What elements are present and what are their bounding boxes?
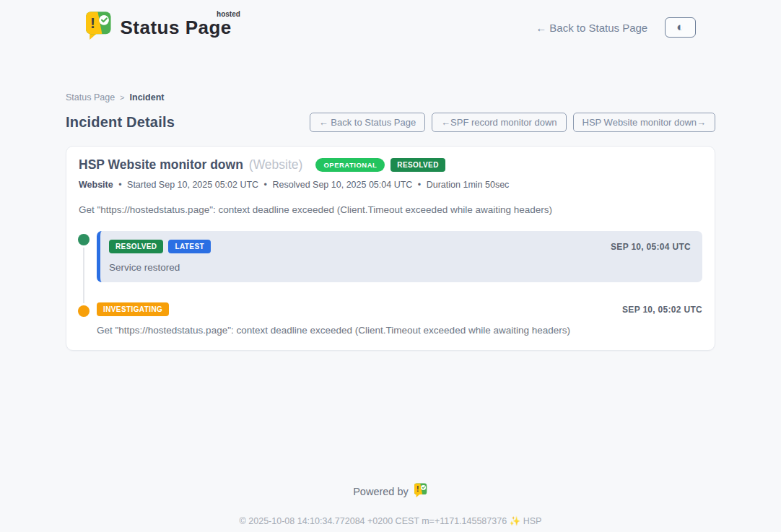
incident-title: HSP Website monitor down [79, 157, 243, 173]
brand-superscript: hosted [217, 10, 240, 18]
breadcrumb-status-page[interactable]: Status Page [66, 92, 115, 103]
status-page-logo-icon-small[interactable]: ! [414, 483, 428, 500]
theme-toggle-button[interactable]: ◐ [665, 17, 695, 38]
incident-meta: Website • Started Sep 10, 2025 05:02 UTC… [79, 180, 702, 190]
resolved-status-badge: RESOLVED [390, 158, 445, 172]
page-title: Incident Details [66, 114, 175, 131]
svg-text:!: ! [90, 14, 95, 31]
meta-duration: Duration 1min 50sec [427, 180, 510, 190]
timeline-entry-resolved: RESOLVED LATEST SEP 10, 05:04 UTC Servic… [79, 231, 702, 282]
incident-nav-buttons: ← Back to Status Page ←SPF record monito… [310, 113, 715, 132]
breadcrumb-incident: Incident [130, 92, 165, 103]
header: ! Status Page hosted ← Back to Status Pa… [86, 11, 696, 44]
timeline-timestamp: SEP 10, 05:02 UTC [622, 305, 702, 315]
incident-card: HSP Website monitor down (Website) OPERA… [66, 146, 715, 351]
incident-description: Get "https://hostedstatus.page": context… [79, 204, 702, 215]
incident-timeline: RESOLVED LATEST SEP 10, 05:04 UTC Servic… [79, 231, 702, 336]
investigating-badge: INVESTIGATING [97, 302, 169, 316]
timeline-timestamp: SEP 10, 05:04 UTC [611, 242, 691, 252]
svg-text:!: ! [416, 485, 419, 493]
title-row: Incident Details ← Back to Status Page ←… [66, 113, 715, 132]
main-content: Status Page > Incident Incident Details … [66, 92, 715, 351]
brand-name-wrap: Status Page hosted [121, 17, 237, 39]
timeline-entry-header: INVESTIGATING SEP 10, 05:02 UTC [97, 302, 702, 316]
timeline-latest-update-box: RESOLVED LATEST SEP 10, 05:04 UTC Servic… [97, 231, 702, 282]
operational-status-badge: OPERATIONAL [315, 158, 385, 172]
meta-started: Started Sep 10, 2025 05:02 UTC [127, 180, 258, 190]
brand-logo[interactable]: ! Status Page hosted [86, 10, 237, 45]
meta-component: Website [79, 180, 113, 190]
breadcrumb: Status Page > Incident [66, 92, 715, 103]
meta-separator: • [418, 180, 421, 190]
back-to-status-page-link[interactable]: ← Back to Status Page [536, 22, 647, 34]
powered-by: Powered by ! [0, 483, 781, 500]
back-to-status-page-button[interactable]: ← Back to Status Page [310, 113, 425, 132]
meta-resolved: Resolved Sep 10, 2025 05:04 UTC [272, 180, 412, 190]
breadcrumb-separator: > [120, 93, 124, 102]
half-circle-contrast-icon: ◐ [676, 20, 684, 34]
timeline-dot-green [78, 234, 90, 245]
incident-title-row: HSP Website monitor down (Website) OPERA… [79, 157, 702, 173]
powered-by-label: Powered by [353, 486, 409, 497]
copyright-line: © 2025-10-08 14:10:34.772084 +0200 CEST … [0, 515, 781, 526]
meta-separator: • [264, 180, 267, 190]
latest-badge: LATEST [168, 240, 211, 253]
status-page-logo-icon: ! [86, 10, 113, 45]
timeline-dot-orange [78, 305, 90, 317]
prev-incident-button[interactable]: ←SPF record monitor down [432, 113, 566, 132]
resolved-badge: RESOLVED [109, 240, 163, 253]
timeline-message: Service restored [109, 262, 691, 273]
timeline-entry-investigating: INVESTIGATING SEP 10, 05:02 UTC Get "htt… [79, 302, 702, 336]
timeline-entry-header: RESOLVED LATEST SEP 10, 05:04 UTC [109, 240, 691, 253]
timeline-message: Get "https://hostedstatus.page": context… [97, 325, 702, 336]
footer: Powered by ! © 2025-10-08 14:10:34.77208… [0, 483, 781, 526]
header-actions: ← Back to Status Page ◐ [536, 17, 695, 38]
timeline-plain-update: INVESTIGATING SEP 10, 05:02 UTC Get "htt… [97, 302, 702, 336]
incident-component: (Website) [249, 157, 303, 173]
next-incident-button[interactable]: HSP Website monitor down→ [573, 113, 715, 132]
brand-name: Status Page [121, 17, 232, 38]
meta-separator: • [118, 180, 121, 190]
